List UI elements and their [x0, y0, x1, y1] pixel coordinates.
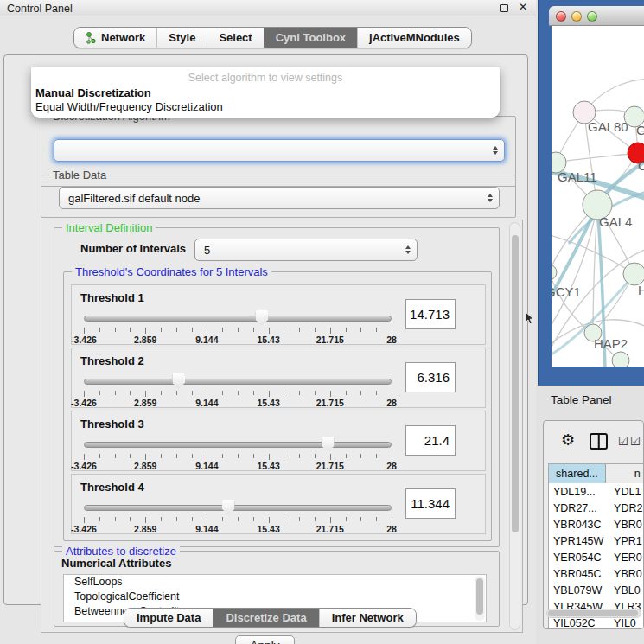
cell-name[interactable]: YDL1: [606, 483, 644, 500]
combo-stepper[interactable]: [488, 188, 493, 208]
network-node[interactable]: [552, 265, 557, 280]
combo-stepper[interactable]: [405, 239, 411, 260]
tick-mark: [238, 517, 239, 521]
tab-style[interactable]: Style: [156, 28, 207, 48]
tab-jactivemnodules[interactable]: jActiveMNodules: [357, 28, 471, 48]
table-row[interactable]: YER054CYER0: [549, 549, 644, 565]
num-intervals-label: Number of Intervals: [80, 242, 186, 255]
cell-shared-name[interactable]: YDL19...: [549, 483, 606, 500]
slider-thumb[interactable]: [322, 437, 335, 452]
list-scrollbar[interactable]: [475, 576, 485, 621]
threshold-value-box[interactable]: 21.4: [405, 425, 456, 456]
mac-minimize-icon[interactable]: [571, 11, 582, 22]
tab-select[interactable]: Select: [207, 28, 263, 48]
algorithm-hint-item[interactable]: Select algorithm to view settings: [31, 72, 500, 86]
tick-label: 21.715: [316, 398, 344, 408]
table-row[interactable]: YDL19...YDL1: [549, 483, 644, 500]
combo-stepper[interactable]: [493, 140, 498, 161]
threshold-label: Threshold 2: [80, 354, 144, 367]
tick-label: -3.426: [71, 524, 97, 534]
gear-icon[interactable]: ⚙: [561, 430, 575, 450]
tick-mark: [222, 517, 223, 521]
cell-name[interactable]: YBR0: [606, 516, 644, 532]
attribute-item[interactable]: SelfLoops: [64, 575, 486, 590]
algorithm-item-manual[interactable]: Manual Discretization: [31, 86, 500, 100]
cell-shared-name[interactable]: YPR145W: [549, 532, 606, 549]
slider-track[interactable]: [84, 442, 392, 448]
table-row[interactable]: YBR043CYBR0: [549, 516, 644, 532]
cell-name[interactable]: YER0: [606, 549, 644, 565]
slider-track[interactable]: [84, 505, 392, 511]
threshold-value-box[interactable]: 14.713: [405, 299, 456, 329]
tick-mark: [99, 517, 100, 521]
table-row[interactable]: YDR27...YDR2: [549, 500, 644, 516]
tab-network[interactable]: Network: [74, 28, 156, 48]
apply-button[interactable]: Apply: [235, 635, 295, 644]
table-row[interactable]: YBR045CYBR0: [549, 565, 644, 582]
algorithm-combobox[interactable]: [54, 139, 505, 162]
tick-mark: [161, 454, 162, 458]
threshold-value-box[interactable]: 11.344: [405, 488, 456, 519]
tab-impute-data[interactable]: Impute Data: [124, 609, 213, 627]
float-window-icon[interactable]: [500, 4, 508, 12]
cell-shared-name[interactable]: YBR045C: [549, 565, 606, 582]
threshold-slider[interactable]: -3.4262.8599.14415.4321.71528: [82, 434, 393, 470]
column-header-shared-name[interactable]: shared...: [549, 464, 606, 483]
tick-mark: [253, 328, 254, 332]
cell-name[interactable]: YBL0: [606, 582, 644, 598]
cell-shared-name[interactable]: YER054C: [549, 549, 606, 565]
slider-track[interactable]: [84, 316, 392, 322]
tick-mark: [269, 328, 270, 334]
tick-mark: [115, 328, 116, 332]
network-canvas[interactable]: GAL80GACGAL11GAL4GCY1HHAP2: [552, 26, 644, 367]
tick-mark: [115, 391, 116, 395]
slider-thumb[interactable]: [255, 310, 268, 326]
thresholds-group: Threshold's Coordinates for 5 Intervals …: [63, 271, 492, 541]
network-node[interactable]: [612, 352, 629, 367]
threshold-slider[interactable]: -3.4262.8599.14415.4321.71528: [82, 308, 393, 344]
algorithm-item-equal-width[interactable]: Equal Width/Frequency Discretization: [31, 100, 500, 114]
mac-zoom-icon[interactable]: [587, 11, 597, 22]
tick-mark: [222, 391, 223, 395]
threshold-value-box[interactable]: 6.316: [405, 362, 456, 392]
checkbox-icon[interactable]: ☑: [618, 436, 628, 447]
tick-mark: [84, 328, 85, 334]
slider-thumb[interactable]: [222, 500, 235, 515]
threshold-slider[interactable]: -3.4262.8599.14415.4321.71528: [82, 371, 393, 407]
tab-discretize-data[interactable]: Discretize Data: [213, 609, 318, 627]
network-window-titlebar[interactable]: [549, 6, 644, 26]
attribute-item[interactable]: TopologicalCoefficient: [64, 590, 486, 604]
panel-scrollbar[interactable]: [509, 222, 520, 630]
column-header-name[interactable]: n: [606, 464, 644, 483]
network-edge[interactable]: [556, 153, 638, 163]
tick-mark: [330, 454, 331, 460]
tab-cyni-toolbox[interactable]: Cyni Toolbox: [264, 28, 357, 48]
table-data-combobox[interactable]: galFiltered.sif default node: [59, 187, 500, 209]
cell-shared-name[interactable]: YBR043C: [549, 516, 606, 532]
cell-shared-name[interactable]: YDR27...: [549, 500, 606, 516]
tick-mark: [176, 454, 177, 458]
cell-name[interactable]: YDR2: [606, 500, 644, 516]
tick-mark: [130, 517, 131, 521]
slider-thumb[interactable]: [172, 373, 185, 389]
table-horizontal-scrollbar[interactable]: [546, 609, 641, 618]
network-edge[interactable]: [552, 233, 634, 274]
cell-name[interactable]: YBR0: [606, 565, 644, 582]
table-row[interactable]: YPR145WYPR1: [549, 532, 644, 549]
threshold-slider[interactable]: -3.4262.8599.14415.4321.71528: [82, 497, 393, 533]
mac-close-icon[interactable]: [556, 11, 566, 22]
cell-name[interactable]: YPR1: [606, 532, 644, 549]
tick-mark: [192, 328, 193, 332]
cell-shared-name[interactable]: YBL079W: [549, 582, 606, 598]
threshold-label: Threshold 3: [80, 418, 144, 430]
close-icon[interactable]: ✕: [519, 1, 527, 13]
tab-infer-network[interactable]: Infer Network: [319, 609, 416, 627]
slider-track[interactable]: [84, 379, 392, 385]
split-columns-icon[interactable]: [590, 433, 608, 450]
tick-mark: [192, 454, 193, 458]
network-edge[interactable]: [552, 205, 597, 339]
tick-mark: [207, 517, 207, 523]
num-intervals-combobox[interactable]: 5: [194, 239, 418, 261]
checkbox-icon[interactable]: ☑: [630, 436, 641, 447]
table-row[interactable]: YBL079WYBL0: [549, 582, 644, 598]
